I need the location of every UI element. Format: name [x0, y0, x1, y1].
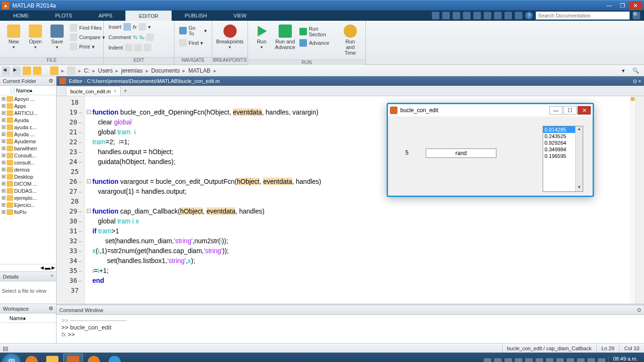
- close-tab-icon[interactable]: ×: [114, 89, 116, 94]
- dropdown-icon[interactable]: ▾: [619, 67, 627, 74]
- crumb[interactable]: Users: [98, 67, 113, 74]
- expand-icon[interactable]: ^: [51, 274, 53, 280]
- taskbar-matlab[interactable]: [63, 354, 83, 362]
- start-button[interactable]: ⊞: [2, 354, 21, 362]
- search-path-icon[interactable]: 🔍: [629, 67, 642, 74]
- ws-name-column[interactable]: Name ▴: [0, 313, 56, 323]
- folder-item[interactable]: ⊞ejemplo...: [0, 194, 56, 201]
- figure-window[interactable]: bucle_con_edit — ☐ ✕ 5 0.8142850.2435250…: [387, 103, 594, 197]
- folder-item[interactable]: ⊞Desktop: [0, 173, 56, 180]
- tab-plots[interactable]: PLOTS: [42, 10, 85, 21]
- tray-icon[interactable]: [504, 358, 512, 362]
- folder-item[interactable]: ⊞fixPiv: [0, 208, 56, 215]
- fig-close-button[interactable]: ✕: [578, 106, 591, 115]
- run-button[interactable]: Run▼: [251, 23, 272, 51]
- print-button[interactable]: Print ▾: [68, 42, 107, 51]
- tab-apps[interactable]: APPS: [85, 10, 125, 21]
- maximize-button[interactable]: ❐: [616, 1, 629, 10]
- back-icon[interactable]: ◄: [2, 66, 10, 75]
- tray-volume-icon[interactable]: [577, 358, 585, 362]
- folder-item[interactable]: ⊞consult...: [0, 159, 56, 166]
- save-button[interactable]: Save▼: [46, 23, 68, 51]
- search-icon[interactable]: 🔍: [633, 12, 640, 19]
- open-button[interactable]: Open▼: [25, 23, 46, 51]
- tray-icon[interactable]: [546, 358, 553, 362]
- folder-item[interactable]: ⊞Ejercici...: [0, 201, 56, 208]
- runsection-button[interactable]: Run Section: [297, 25, 338, 38]
- qat-icon[interactable]: [473, 12, 481, 19]
- taskbar-ie[interactable]: [105, 354, 124, 362]
- tray-icon[interactable]: [536, 358, 543, 362]
- tray-icon[interactable]: [556, 358, 564, 362]
- folder-item[interactable]: ⊞ayuda c...: [0, 123, 56, 131]
- fig-min-button[interactable]: —: [549, 106, 562, 115]
- tray-network-icon[interactable]: [587, 358, 595, 362]
- tray-icon[interactable]: [515, 358, 522, 362]
- taskbar-mediaplayer[interactable]: [84, 354, 104, 362]
- compare-button[interactable]: Compare ▾: [68, 33, 107, 41]
- help-icon[interactable]: ?: [525, 12, 533, 19]
- breakpoints-button[interactable]: Breakpoints▼: [215, 23, 245, 51]
- file-tab[interactable]: bucle_con_edit.m×: [66, 86, 121, 96]
- crumb[interactable]: Documents: [151, 67, 180, 74]
- tab-publish[interactable]: PUBLISH: [172, 10, 220, 21]
- qat-icon[interactable]: [432, 12, 439, 19]
- qat-icon[interactable]: [484, 12, 491, 19]
- up-icon[interactable]: [23, 66, 31, 75]
- taskbar-clock[interactable]: 08:49 a.m.26/11/2015: [608, 356, 638, 362]
- tray-icon[interactable]: [484, 358, 491, 362]
- minimize-button[interactable]: —: [603, 1, 616, 10]
- crumb[interactable]: C:: [84, 67, 90, 74]
- qat-icon[interactable]: [515, 12, 522, 19]
- runtime-button[interactable]: Run and Time: [338, 23, 363, 58]
- run-advance-button[interactable]: Run and Advance: [272, 23, 297, 52]
- taskbar-explorer[interactable]: [42, 354, 62, 362]
- folder-item[interactable]: ⊞Ayudeme: [0, 138, 56, 145]
- close-button[interactable]: ✕: [629, 1, 642, 10]
- tray-icon[interactable]: [525, 358, 533, 362]
- folder-item[interactable]: ⊞Ayuda: [0, 116, 56, 123]
- crumb[interactable]: jeremias: [121, 67, 142, 74]
- qat-icon[interactable]: [453, 12, 460, 19]
- folder-item[interactable]: ⊞DUDAS...: [0, 187, 56, 194]
- add-tab-button[interactable]: +: [121, 86, 130, 96]
- cap-diam-input[interactable]: [426, 148, 496, 158]
- qat-icon[interactable]: [504, 12, 512, 19]
- taskbar-firefox[interactable]: [22, 354, 41, 362]
- folder-icon[interactable]: [50, 66, 58, 75]
- qat-icon[interactable]: [463, 12, 471, 19]
- tab-view[interactable]: VIEW: [220, 10, 260, 21]
- folder-item[interactable]: ⊞DICOM ...: [0, 180, 56, 187]
- tray-flag-icon[interactable]: [598, 358, 605, 362]
- folder-item[interactable]: ⊞Consult...: [0, 152, 56, 159]
- folder-item[interactable]: ⊞demos: [0, 166, 56, 173]
- indent-button[interactable]: Indent: [107, 43, 171, 52]
- vscrollbar[interactable]: [636, 96, 644, 304]
- folder-item[interactable]: ⊞barwitherr: [0, 145, 56, 152]
- tab-home[interactable]: HOME: [0, 10, 42, 21]
- tray-icon[interactable]: [494, 358, 502, 362]
- qat-icon[interactable]: [442, 12, 450, 19]
- folder-item[interactable]: ⊞Apps: [0, 102, 56, 109]
- gear-icon[interactable]: ⚙: [49, 78, 53, 84]
- code-editor[interactable]: 18 19–20–21–22–23–24–25 26–27–28 29–30–3…: [57, 96, 644, 304]
- find-button[interactable]: Find ▾: [177, 39, 209, 47]
- folder-item[interactable]: ⊞Ayuda ...: [0, 131, 56, 138]
- panel-menu-icon[interactable]: ⊙ ×: [633, 78, 641, 84]
- fig-max-button[interactable]: ☐: [563, 106, 577, 115]
- advance-button[interactable]: Advance: [297, 39, 338, 47]
- qat-icon[interactable]: [494, 12, 502, 19]
- goto-button[interactable]: Go To ▾: [177, 25, 209, 37]
- folder-item[interactable]: ⊞ARTICU...: [0, 109, 56, 116]
- scrollbar[interactable]: ◄▬►: [39, 264, 56, 272]
- folder-list[interactable]: ⊞Apoyo ...⊞Apps⊞ARTICU...⊞Ayuda⊞ayuda c.…: [0, 95, 56, 264]
- listbox-scrollbar[interactable]: ▲▼: [575, 126, 583, 191]
- listbox1[interactable]: 0.8142850.2435250.9292640.3499840.196595…: [543, 126, 583, 192]
- comment-button[interactable]: Comment % ‰: [107, 33, 171, 41]
- new-button[interactable]: New▼: [3, 23, 25, 51]
- panel-menu-icon[interactable]: ⊙: [637, 307, 641, 313]
- gear-icon[interactable]: ⚙: [49, 305, 53, 312]
- fwd-icon[interactable]: ►: [12, 66, 21, 75]
- tab-editor[interactable]: EDITOR: [125, 10, 171, 21]
- folder-name-column[interactable]: 📄 Name ▴: [0, 86, 56, 95]
